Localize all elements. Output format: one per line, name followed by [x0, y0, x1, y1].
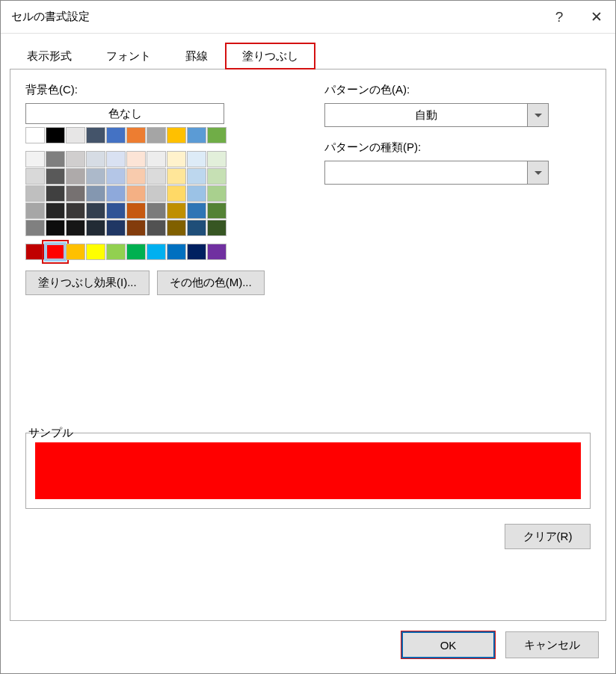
pattern-color-label: パターンの色(A):	[324, 83, 591, 97]
color-swatch[interactable]	[66, 220, 85, 236]
no-color-button[interactable]: 色なし	[25, 103, 224, 124]
color-swatch[interactable]	[167, 168, 186, 185]
color-swatch[interactable]	[106, 127, 126, 143]
color-swatch[interactable]	[46, 151, 65, 167]
color-swatch[interactable]	[167, 151, 186, 167]
color-swatch[interactable]	[66, 202, 85, 219]
fill-effects-button[interactable]: 塗りつぶし効果(I)...	[25, 270, 150, 295]
color-swatch[interactable]	[147, 244, 166, 260]
dialog-title: セルの書式設定	[11, 10, 540, 24]
color-swatch[interactable]	[167, 244, 186, 260]
color-swatch[interactable]	[187, 168, 206, 185]
color-swatch[interactable]	[126, 185, 146, 202]
sample-preview	[35, 442, 581, 499]
color-swatch[interactable]	[207, 202, 227, 219]
color-swatch[interactable]	[207, 168, 227, 185]
color-swatch[interactable]	[147, 202, 166, 219]
dialog-footer: OK キャンセル	[1, 621, 615, 673]
color-swatch[interactable]	[187, 220, 206, 236]
color-swatch[interactable]	[207, 151, 227, 167]
color-swatch[interactable]	[167, 127, 186, 143]
color-swatch[interactable]	[46, 185, 65, 202]
tab-font[interactable]: フォント	[89, 43, 168, 69]
color-swatch[interactable]	[66, 151, 85, 167]
clear-button[interactable]: クリア(R)	[505, 524, 591, 549]
color-swatch[interactable]	[106, 220, 126, 236]
color-swatch[interactable]	[187, 202, 206, 219]
color-swatch[interactable]	[25, 220, 45, 236]
color-swatch[interactable]	[66, 168, 85, 185]
color-swatch[interactable]	[86, 151, 105, 167]
color-swatch[interactable]	[106, 244, 126, 260]
color-swatch[interactable]	[126, 168, 146, 185]
color-swatch[interactable]	[46, 220, 65, 236]
color-swatch[interactable]	[86, 185, 105, 202]
color-swatch[interactable]	[147, 168, 166, 185]
color-swatch[interactable]	[106, 151, 126, 167]
color-swatch[interactable]	[207, 127, 227, 143]
color-swatch[interactable]	[66, 185, 85, 202]
tab-panel-fill: 背景色(C): 色なし 塗りつぶし効果(I)... その他の色(M)... パタ…	[10, 69, 606, 621]
color-swatch[interactable]	[187, 185, 206, 202]
color-swatch[interactable]	[66, 244, 85, 260]
tab-strip: 表示形式 フォント 罫線 塗りつぶし	[1, 34, 615, 69]
color-swatch[interactable]	[46, 202, 65, 219]
color-swatch[interactable]	[167, 185, 186, 202]
color-swatch[interactable]	[25, 244, 45, 260]
color-swatch[interactable]	[46, 244, 65, 260]
pattern-type-value	[325, 161, 527, 184]
color-swatch[interactable]	[66, 127, 85, 143]
color-swatch[interactable]	[207, 220, 227, 236]
cancel-button[interactable]: キャンセル	[505, 631, 599, 658]
chevron-down-icon[interactable]	[527, 104, 548, 126]
tab-fill[interactable]: 塗りつぶし	[225, 43, 315, 69]
bgcolor-label: 背景色(C):	[25, 83, 295, 97]
color-swatch[interactable]	[167, 202, 186, 219]
color-swatch[interactable]	[187, 127, 206, 143]
pattern-type-combo[interactable]	[324, 161, 549, 185]
close-button[interactable]: ✕	[578, 1, 615, 34]
chevron-down-icon[interactable]	[527, 161, 548, 184]
tab-border[interactable]: 罫線	[168, 43, 225, 69]
color-swatch[interactable]	[126, 244, 146, 260]
color-swatch[interactable]	[147, 185, 166, 202]
color-swatch[interactable]	[187, 151, 206, 167]
color-swatch[interactable]	[207, 244, 227, 260]
color-swatch[interactable]	[106, 168, 126, 185]
color-swatch[interactable]	[126, 127, 146, 143]
color-swatch[interactable]	[25, 168, 45, 185]
color-swatch[interactable]	[106, 185, 126, 202]
help-button[interactable]: ?	[540, 1, 578, 34]
color-swatch[interactable]	[187, 244, 206, 260]
color-swatch[interactable]	[25, 185, 45, 202]
color-swatch[interactable]	[46, 127, 65, 143]
color-swatch[interactable]	[147, 151, 166, 167]
color-swatch[interactable]	[147, 127, 166, 143]
tab-display[interactable]: 表示形式	[10, 43, 89, 69]
color-swatch[interactable]	[106, 202, 126, 219]
color-swatch[interactable]	[86, 127, 105, 143]
ok-button[interactable]: OK	[401, 631, 495, 658]
color-swatch[interactable]	[147, 220, 166, 236]
color-swatch[interactable]	[86, 220, 105, 236]
color-swatch[interactable]	[25, 127, 45, 143]
color-swatch[interactable]	[25, 202, 45, 219]
color-swatch[interactable]	[46, 168, 65, 185]
pattern-type-label: パターンの種類(P):	[324, 140, 591, 155]
sample-label: サンプル	[25, 426, 76, 439]
color-swatch[interactable]	[126, 220, 146, 236]
more-colors-button[interactable]: その他の色(M)...	[157, 270, 265, 295]
titlebar: セルの書式設定 ? ✕	[1, 1, 615, 34]
color-swatch[interactable]	[25, 151, 45, 167]
pattern-color-value: 自動	[325, 104, 527, 126]
color-swatch[interactable]	[86, 168, 105, 185]
sample-box	[25, 433, 591, 509]
pattern-color-combo[interactable]: 自動	[324, 103, 549, 127]
color-swatch[interactable]	[86, 202, 105, 219]
color-swatch[interactable]	[126, 202, 146, 219]
color-swatch[interactable]	[86, 244, 105, 260]
color-swatch[interactable]	[126, 151, 146, 167]
format-cells-dialog: セルの書式設定 ? ✕ 表示形式 フォント 罫線 塗りつぶし 背景色(C): 色…	[0, 0, 616, 674]
color-swatch[interactable]	[207, 185, 227, 202]
color-swatch[interactable]	[167, 220, 186, 236]
